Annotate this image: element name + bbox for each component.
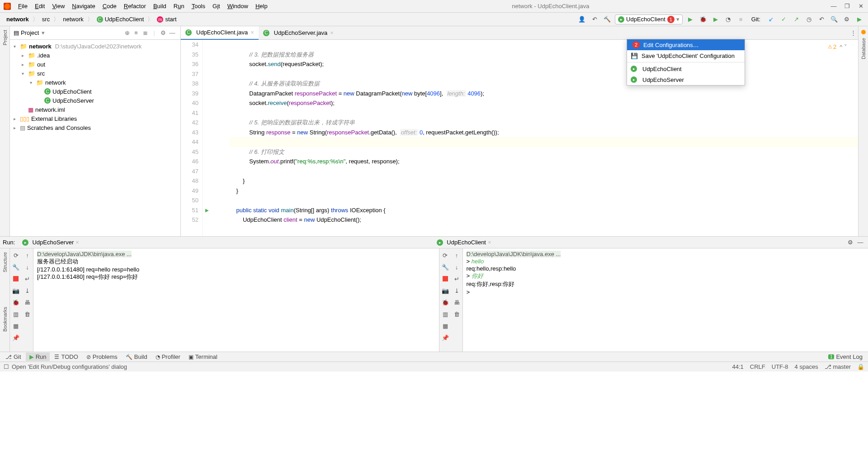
bb-build[interactable]: 🔨 Build bbox=[122, 352, 151, 361]
settings-icon[interactable]: ⚙ bbox=[842, 14, 852, 24]
tree-class-server[interactable]: CUdpEchoServer bbox=[10, 96, 180, 105]
crumb-class[interactable]: CUdpEchoClient bbox=[94, 15, 147, 24]
run-settings-icon[interactable]: ⚙ bbox=[845, 238, 855, 248]
hammer-icon[interactable]: 🔨 bbox=[602, 14, 612, 24]
search-icon[interactable]: 🔍 bbox=[829, 14, 839, 24]
play-all-icon[interactable]: ▶ bbox=[854, 14, 864, 24]
menu-build[interactable]: Build bbox=[150, 3, 170, 10]
crumb-project[interactable]: network bbox=[4, 15, 32, 24]
tree-scratches[interactable]: ▸▧Scratches and Consoles bbox=[10, 123, 180, 132]
tab-server[interactable]: CUdpEchoServer.java× bbox=[259, 26, 338, 40]
gear-icon[interactable]: ⚙ bbox=[159, 29, 168, 38]
tree-pkg[interactable]: ▾📁network bbox=[10, 78, 180, 87]
print-icon[interactable]: 🖶 bbox=[452, 297, 462, 307]
scroll-icon[interactable]: ⤓ bbox=[23, 286, 33, 295]
project-tool-button[interactable]: Project bbox=[2, 30, 8, 45]
debug-icon[interactable]: 🐞 bbox=[698, 14, 708, 24]
run-hide-icon[interactable]: — bbox=[855, 238, 865, 248]
stop-button[interactable] bbox=[11, 274, 21, 284]
run-tab-client[interactable]: ▸UdpEchoClient× bbox=[433, 238, 495, 247]
stop-button[interactable] bbox=[440, 274, 450, 284]
warning-indicator[interactable]: ⚠ 2 ^ ˅ bbox=[828, 43, 847, 50]
menu-file[interactable]: File bbox=[14, 3, 31, 10]
pin-icon[interactable]: 📌 bbox=[11, 333, 21, 343]
wrap-icon[interactable]: ↵ bbox=[23, 274, 33, 284]
tree-out[interactable]: ▸📁out bbox=[10, 60, 180, 69]
up-icon[interactable]: ↑ bbox=[452, 250, 462, 260]
stop-icon[interactable]: ■ bbox=[736, 14, 746, 24]
tree-idea[interactable]: ▸📁.idea bbox=[10, 51, 180, 60]
menu-help[interactable]: Help bbox=[252, 3, 271, 10]
dd-server[interactable]: ▸UdpEchoServer bbox=[627, 74, 745, 85]
bb-terminal[interactable]: ▣ Terminal bbox=[185, 352, 221, 361]
lock-icon[interactable]: 🔒 bbox=[857, 363, 864, 370]
pin-icon[interactable]: 📌 bbox=[440, 333, 450, 343]
tree-src[interactable]: ▾📁src bbox=[10, 69, 180, 78]
code-editor[interactable]: // 3. 把数据报发给服务器 socket.send(requestPacke… bbox=[212, 40, 858, 236]
tree-iml[interactable]: ▦network.iml bbox=[10, 105, 180, 114]
profile-icon[interactable]: ◔ bbox=[723, 14, 733, 24]
maximize-icon[interactable]: ❐ bbox=[844, 3, 851, 10]
bb-eventlog[interactable]: 1 Event Log bbox=[825, 352, 866, 361]
status-sep[interactable]: CRLF bbox=[750, 363, 765, 370]
run-config-selector[interactable]: ▸ UdpEchoClient 1 ▾ bbox=[615, 14, 683, 24]
menu-code[interactable]: Code bbox=[99, 3, 120, 10]
menu-view[interactable]: View bbox=[48, 3, 68, 10]
bb-todo[interactable]: ☰ TODO bbox=[51, 352, 81, 361]
add-user-icon[interactable]: 👤 bbox=[577, 14, 587, 24]
status-branch[interactable]: ⎇ master bbox=[825, 363, 851, 370]
coverage-icon[interactable]: ▶ bbox=[711, 14, 721, 24]
collapse-icon[interactable]: ≣ bbox=[141, 29, 150, 38]
wrench-icon[interactable]: 🔧 bbox=[11, 262, 21, 272]
run-tab-server[interactable]: ▸UdpEchoServer× bbox=[19, 238, 82, 247]
clear-icon[interactable]: 🗑 bbox=[452, 309, 462, 319]
rerun-icon[interactable]: ⟳ bbox=[11, 250, 21, 260]
bb-problems[interactable]: ⊘ Problems bbox=[83, 352, 121, 361]
git-commit-icon[interactable]: ✓ bbox=[778, 14, 788, 24]
menu-window[interactable]: Window bbox=[224, 3, 252, 10]
dd-save-config[interactable]: 💾Save 'UdpEchoClient' Configuration bbox=[627, 50, 745, 61]
menu-navigate[interactable]: Navigate bbox=[68, 3, 99, 10]
expand-icon[interactable]: ≡ bbox=[132, 29, 141, 38]
menu-tools[interactable]: Tools bbox=[188, 3, 209, 10]
tab-more-icon[interactable]: ⋮ bbox=[848, 28, 858, 38]
tab-close-icon[interactable]: × bbox=[330, 29, 334, 36]
camera-icon[interactable]: 📷 bbox=[440, 286, 450, 295]
crumb-src[interactable]: src bbox=[39, 15, 52, 24]
git-rollback-icon[interactable]: ↶ bbox=[816, 14, 826, 24]
dd-client[interactable]: ▸UdpEchoClient bbox=[627, 63, 745, 74]
dd-edit-config[interactable]: 2 Edit Configurations… bbox=[627, 39, 745, 50]
bookmarks-tool-button[interactable]: Bookmarks bbox=[2, 307, 8, 332]
tree-class-client[interactable]: CUdpEchoClient bbox=[10, 87, 180, 96]
target-icon[interactable]: ⊕ bbox=[123, 29, 132, 38]
sidebar-icon[interactable]: ▥ bbox=[440, 309, 450, 319]
rerun-icon[interactable]: ⟳ bbox=[440, 250, 450, 260]
close-icon[interactable]: ✕ bbox=[857, 3, 864, 10]
console-client[interactable]: D:\develop\Java\JDK\bin\java.exe ... > h… bbox=[463, 248, 868, 352]
run-gutter-icon[interactable]: ▶ bbox=[203, 205, 212, 215]
dump-icon[interactable]: 🐞 bbox=[11, 297, 21, 307]
line-gutter[interactable]: 34353637383940414243444546474849505152 bbox=[181, 40, 203, 236]
up-icon[interactable]: ↑ bbox=[23, 250, 33, 260]
clear-icon[interactable]: 🗑 bbox=[23, 309, 33, 319]
layout-icon[interactable]: ▦ bbox=[440, 321, 450, 331]
camera-icon[interactable]: 📷 bbox=[11, 286, 21, 295]
status-indent[interactable]: 4 spaces bbox=[795, 363, 818, 370]
bb-profiler[interactable]: ◔ Profiler bbox=[152, 352, 184, 361]
sidebar-icon[interactable]: ▥ bbox=[11, 309, 21, 319]
status-pos[interactable]: 44:1 bbox=[732, 363, 743, 370]
structure-tool-button[interactable]: Structure bbox=[2, 252, 8, 272]
crumb-pkg[interactable]: network bbox=[60, 15, 86, 24]
wrench-icon[interactable]: 🔧 bbox=[440, 262, 450, 272]
status-enc[interactable]: UTF-8 bbox=[772, 363, 788, 370]
git-history-icon[interactable]: ◷ bbox=[804, 14, 814, 24]
tree-root[interactable]: ▾📁networkD:\study\JavaCode\2023\network bbox=[10, 42, 180, 51]
minimize-icon[interactable]: — bbox=[830, 3, 837, 10]
menu-run[interactable]: Run bbox=[170, 3, 188, 10]
git-push-icon[interactable]: ↗ bbox=[791, 14, 801, 24]
bb-git[interactable]: ⎇ Git bbox=[2, 352, 25, 361]
tab-close-icon[interactable]: × bbox=[250, 29, 254, 36]
run-icon[interactable]: ▶ bbox=[685, 14, 695, 24]
bb-run[interactable]: ▶ Run bbox=[26, 352, 50, 361]
database-tool-button[interactable]: Database bbox=[861, 38, 866, 59]
